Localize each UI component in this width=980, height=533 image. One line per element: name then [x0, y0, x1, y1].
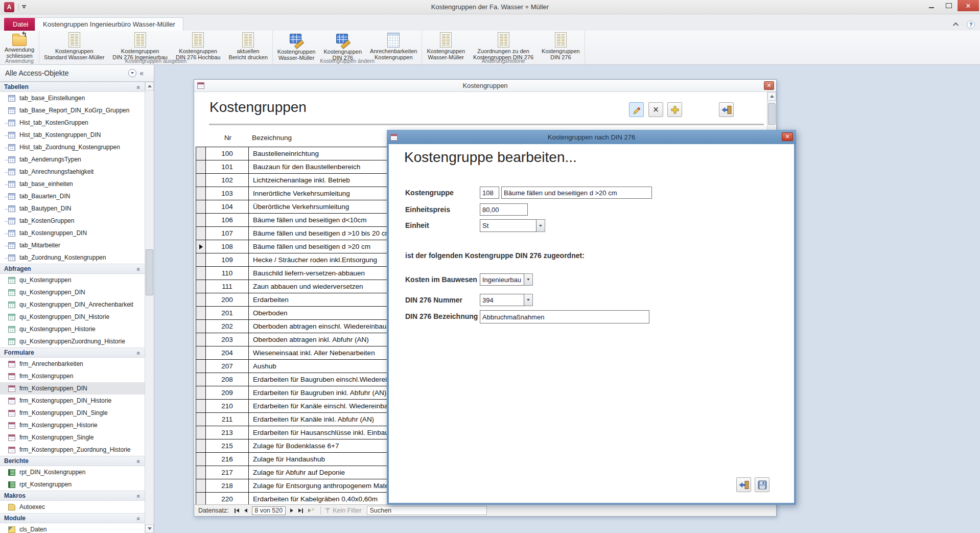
sidebar-item[interactable]: tab_base_einheiten [0, 178, 145, 190]
cell-nr[interactable]: 204 [206, 346, 249, 360]
sidebar-item[interactable]: frm_Kostengruppen_DIN_Single [0, 407, 145, 419]
record-selector[interactable] [196, 453, 206, 466]
cell-nr[interactable]: 103 [206, 187, 249, 200]
record-selector[interactable] [196, 439, 206, 453]
cell-nr[interactable]: 208 [206, 373, 249, 386]
sidebar-item[interactable]: Hist_tab_KostenGruppen [0, 117, 145, 129]
save-button[interactable] [755, 477, 769, 492]
cell-nr[interactable]: 107 [206, 227, 249, 240]
chevron-down-icon[interactable] [524, 294, 533, 306]
cell-nr[interactable]: 216 [206, 453, 249, 466]
sidebar-item[interactable]: frm_Kostengruppen_DIN_Historie [0, 395, 145, 407]
einheitspreis-field[interactable]: 80,00 [480, 203, 528, 216]
ribbon-button[interactable]: Kostengruppen DIN 276 Hochbau [172, 31, 224, 58]
ribbon-button[interactable]: aktuellen Bericht drucken [224, 31, 271, 58]
record-selector[interactable] [196, 479, 206, 493]
record-selector[interactable] [196, 280, 206, 293]
cell-nr[interactable]: 203 [206, 333, 249, 346]
sidebar-item[interactable]: frm_Kostengruppen_Historie [0, 419, 145, 431]
cell-nr[interactable]: 218 [206, 479, 249, 493]
sidebar-item[interactable]: rpt_Kostengruppen [0, 478, 145, 491]
collapse-chevron-icon[interactable] [137, 82, 141, 91]
cell-nr[interactable]: 109 [206, 253, 249, 267]
sidebar-item[interactable]: qu_Kostengruppen_DIN_Historie [0, 311, 145, 323]
sidebar-item[interactable]: tab_Mitarbeiter [0, 239, 145, 251]
sidebar-scroll-thumb[interactable] [146, 249, 153, 295]
sidebar-item[interactable]: tab_Zuordnung_Kostengruppen [0, 251, 145, 264]
sidebar-item[interactable]: Autoexec [0, 501, 145, 513]
sidebar-item[interactable]: rpt_DIN_Kostengruppen [0, 466, 145, 478]
cell-nr[interactable]: 108 [206, 240, 249, 253]
close-form-button[interactable] [719, 102, 734, 117]
sidebar-item[interactable]: frm_Kostengruppen [0, 370, 145, 382]
din276-dialog-titlebar[interactable]: Kostengruppen nach DIN 276 ✕ [387, 130, 796, 144]
record-selector[interactable] [196, 160, 206, 174]
sidebar-item[interactable]: qu_Kostengruppen_DIN [0, 286, 145, 298]
collapse-chevron-icon[interactable] [137, 514, 141, 523]
record-selector[interactable] [196, 253, 206, 267]
kostengruppen-window-titlebar[interactable]: Kostengruppen ✕ [194, 80, 776, 92]
bauwesen-combobox[interactable]: Ingenieurbau [480, 273, 533, 286]
add-record-button[interactable] [667, 102, 682, 117]
record-selector[interactable] [196, 320, 206, 333]
sidebar-item[interactable]: tab_Anrechnungsfaehigkeit [0, 166, 145, 178]
sidebar-item[interactable]: tab_Kostengruppen_DIN [0, 227, 145, 239]
cell-nr[interactable]: 213 [206, 426, 249, 439]
cell-nr[interactable]: 104 [206, 200, 249, 214]
record-selector[interactable] [196, 360, 206, 373]
cell-nr[interactable]: 210 [206, 400, 249, 413]
kostengruppe-nr-field[interactable]: 108 [480, 187, 499, 199]
next-record-icon[interactable] [288, 508, 296, 513]
cell-nr[interactable]: 100 [206, 147, 249, 160]
cell-nr[interactable]: 201 [206, 307, 249, 320]
edit-record-button[interactable] [629, 102, 644, 117]
ribbon-button[interactable]: Kostengruppen Standard Wasser-Müller [40, 31, 108, 58]
record-selector[interactable] [196, 174, 206, 187]
filter-status[interactable]: Kein Filter [333, 507, 361, 514]
new-record-icon[interactable]: * [306, 508, 317, 513]
sidebar-section-header[interactable]: Makros [0, 491, 145, 501]
record-selector[interactable] [196, 307, 206, 320]
cell-nr[interactable]: 200 [206, 293, 249, 307]
record-selector[interactable] [196, 426, 206, 439]
first-record-icon[interactable] [232, 508, 242, 513]
qat-customize-icon[interactable] [22, 5, 26, 9]
minimize-button[interactable] [923, 0, 940, 11]
maximize-button[interactable] [940, 0, 958, 11]
ribbon-button[interactable]: Anrechenbarkeiten Kostengruppen [366, 31, 421, 58]
tab-datei[interactable]: Datei [4, 18, 37, 31]
din276-bezeichnung-field[interactable]: Abbruchmaßnahmen [480, 310, 649, 323]
ribbon-collapse-icon[interactable] [952, 20, 961, 29]
kostengruppen-close-icon[interactable]: ✕ [764, 81, 774, 90]
record-selector[interactable] [196, 240, 206, 253]
record-selector[interactable] [196, 346, 206, 360]
sidebar-item[interactable]: tab_KostenGruppen [0, 215, 145, 227]
record-selector[interactable] [196, 214, 206, 227]
sidebar-item[interactable]: frm_Kostengruppen_Single [0, 431, 145, 444]
sidebar-item[interactable]: tab_AenderungsTypen [0, 153, 145, 166]
scroll-down-icon[interactable] [145, 524, 154, 533]
tab-kostengruppen[interactable]: Kostengruppen Ingenieurbüro Wasser-Mülle… [35, 17, 183, 31]
dialog-close-button[interactable] [736, 477, 751, 492]
ribbon-button[interactable]: Kostengruppen DIN 276 Ingenieurbau [108, 31, 172, 58]
sidebar-item[interactable]: Hist_tab_Kostengruppen_DIN [0, 129, 145, 141]
kostengruppe-bezeichnung-field[interactable]: Bäume fällen und beseitigen d >20 cm [501, 187, 652, 199]
ribbon-button[interactable]: Kostengruppen Wasser-Müller [273, 31, 320, 58]
sidebar-item[interactable]: qu_Kostengruppen_DIN_Anrechenbarkeit [0, 298, 145, 311]
din276-nummer-combobox[interactable]: 394 [480, 294, 533, 306]
chevron-down-icon[interactable] [524, 273, 533, 286]
ribbon-button[interactable]: Kostengruppen DIN 276 [538, 31, 584, 58]
sidebar-item[interactable]: tab_base_Einstellungen [0, 92, 145, 104]
sidebar-section-header[interactable]: Tabellen [0, 82, 145, 92]
cell-nr[interactable]: 217 [206, 466, 249, 479]
cell-nr[interactable]: 209 [206, 386, 249, 400]
sidebar-item[interactable]: tab_Bauarten_DIN [0, 190, 145, 202]
din276-close-icon[interactable]: ✕ [782, 132, 793, 141]
sidebar-item[interactable]: qu_KostengruppenZuordnung_Historie [0, 335, 145, 347]
record-selector[interactable] [196, 147, 206, 160]
form-scroll-up-icon[interactable] [767, 92, 776, 101]
cell-nr[interactable]: 106 [206, 214, 249, 227]
sidebar-section-header[interactable]: Formulare [0, 347, 145, 358]
sidebar-section-header[interactable]: Berichte [0, 456, 145, 466]
sidebar-item[interactable]: frm_Kostengruppen_Zuordnung_Historie [0, 444, 145, 456]
